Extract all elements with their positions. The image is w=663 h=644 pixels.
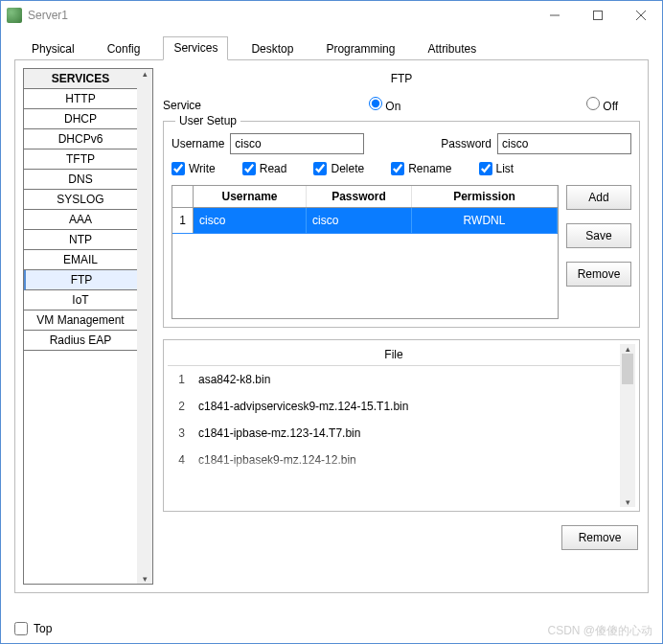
perm-list-checkbox[interactable]: List [479,162,514,175]
watermark: CSDN @傻傻的心动 [547,623,652,639]
sidebar-scrollbar[interactable]: ▴ ▾ [137,69,152,584]
tab-attributes[interactable]: Attributes [418,38,486,60]
scroll-down-icon[interactable]: ▾ [620,497,635,507]
sidebar-item-radius[interactable]: Radius EAP [24,331,137,351]
table-row[interactable]: 1 cisco cisco RWDNL [172,208,558,234]
password-label: Password [441,137,492,150]
service-on-radio[interactable]: On [369,97,419,113]
scroll-thumb[interactable] [622,354,633,384]
col-permission: Permission [412,186,558,207]
minimize-button[interactable] [533,1,576,30]
col-password: Password [307,186,412,207]
col-username: Username [194,186,307,207]
scroll-up-icon[interactable]: ▴ [620,344,635,354]
service-label: Service [163,99,201,112]
sidebar-item-dhcp[interactable]: DHCP [24,109,137,129]
user-setup-group: User Setup Username Password Write Read … [163,121,640,328]
password-input[interactable] [497,133,631,154]
top-label: Top [34,622,52,635]
perm-rename-checkbox[interactable]: Rename [391,162,451,175]
user-table: Username Password Permission 1 cisco cis… [171,185,559,319]
tab-programming[interactable]: Programming [316,38,404,60]
remove-file-button[interactable]: Remove [561,525,638,550]
window-title: Server1 [28,9,68,22]
add-button[interactable]: Add [566,185,631,210]
svg-rect-0 [593,12,602,20]
tab-desktop[interactable]: Desktop [241,38,303,60]
perm-read-checkbox[interactable]: Read [242,162,287,175]
file-row[interactable]: 4c1841-ipbasek9-mz.124-12.bin [168,447,620,473]
save-button[interactable]: Save [566,223,631,248]
sidebar-item-tftp[interactable]: TFTP [24,150,137,170]
tab-bar: Physical Config Services Desktop Program… [14,37,649,60]
file-row[interactable]: 3c1841-ipbase-mz.123-14.T7.bin [168,420,620,447]
file-row[interactable]: 2c1841-advipservicesk9-mz.124-15.T1.bin [168,393,620,420]
sidebar-item-ftp[interactable]: FTP [24,270,137,290]
row-number: 1 [172,208,194,233]
row-permission: RWDNL [412,208,558,233]
user-setup-legend: User Setup [175,114,240,127]
row-username: cisco [194,208,307,233]
row-password: cisco [307,208,412,233]
remove-user-button[interactable]: Remove [566,262,631,287]
tab-services[interactable]: Services [163,36,228,60]
top-checkbox[interactable] [14,622,28,635]
file-group: File 1asa842-k8.bin 2c1841-advipservices… [163,339,640,512]
maximize-button[interactable] [576,1,619,30]
sidebar-item-aaa[interactable]: AAA [24,210,137,230]
sidebar-item-syslog[interactable]: SYSLOG [24,190,137,210]
sidebar-item-dhcpv6[interactable]: DHCPv6 [24,129,137,150]
scroll-down-icon[interactable]: ▾ [137,574,152,584]
username-label: Username [171,137,224,150]
sidebar-item-ntp[interactable]: NTP [24,230,137,250]
sidebar-item-http[interactable]: HTTP [24,89,137,109]
service-off-radio[interactable]: Off [586,97,636,113]
title-bar: Server1 [1,1,662,30]
sidebar-item-vm[interactable]: VM Management [24,310,137,331]
panel-title: FTP [163,68,640,89]
perm-write-checkbox[interactable]: Write [171,162,216,175]
file-column-header: File [168,344,620,366]
sidebar-item-email[interactable]: EMAIL [24,250,137,270]
file-name: asa842-k8.bin [198,373,270,386]
sidebar-item-iot[interactable]: IoT [24,290,137,310]
file-row[interactable]: 1asa842-k8.bin [168,366,620,393]
sidebar-item-dns[interactable]: DNS [24,170,137,190]
tab-config[interactable]: Config [98,38,150,60]
scroll-up-icon[interactable]: ▴ [137,69,152,79]
username-input[interactable] [230,133,364,154]
services-sidebar: SERVICES HTTP DHCP DHCPv6 TFTP DNS SYSLO… [23,68,153,585]
app-icon [7,8,22,23]
file-scrollbar[interactable]: ▴ ▾ [620,344,635,507]
close-button[interactable] [619,1,662,30]
sidebar-header: SERVICES [24,69,137,89]
file-name: c1841-ipbase-mz.123-14.T7.bin [198,426,360,440]
tab-physical[interactable]: Physical [22,38,84,60]
col-number [172,186,194,207]
perm-delete-checkbox[interactable]: Delete [313,162,364,175]
file-name: c1841-advipservicesk9-mz.124-15.T1.bin [198,400,408,413]
